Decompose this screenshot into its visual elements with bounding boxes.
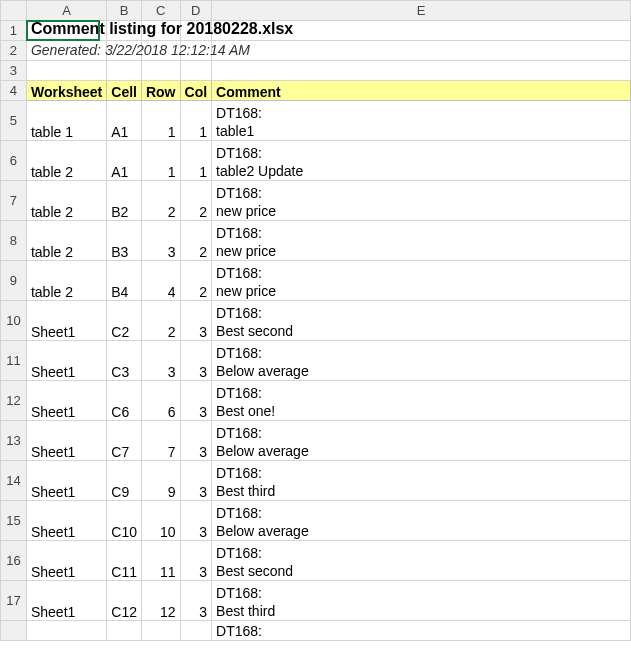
- cell-comment[interactable]: DT168: Best third: [212, 581, 631, 621]
- spreadsheet-grid[interactable]: A B C D E 1 Comment listing for 20180228…: [0, 0, 631, 641]
- col-header-C[interactable]: C: [141, 1, 180, 21]
- cell-cellref[interactable]: B3: [107, 221, 142, 261]
- cell-row[interactable]: 1: [141, 101, 180, 141]
- cell-cellref[interactable]: C2: [107, 301, 142, 341]
- row-header-11[interactable]: 11: [1, 341, 27, 381]
- cell-comment-partial[interactable]: DT168:: [212, 621, 631, 641]
- cell-E3[interactable]: [212, 61, 631, 81]
- cell-cellref[interactable]: C11: [107, 541, 142, 581]
- cell-comment[interactable]: DT168: Below average: [212, 501, 631, 541]
- col-header-E[interactable]: E: [212, 1, 631, 21]
- cell-comment[interactable]: DT168: Best one!: [212, 381, 631, 421]
- cell-row[interactable]: 12: [141, 581, 180, 621]
- cell-col[interactable]: 3: [180, 501, 212, 541]
- cell-row[interactable]: 11: [141, 541, 180, 581]
- cell-col[interactable]: 3: [180, 381, 212, 421]
- cell-comment[interactable]: DT168: table2 Update: [212, 141, 631, 181]
- row-header-8[interactable]: 8: [1, 221, 27, 261]
- cell-cellref[interactable]: A1: [107, 141, 142, 181]
- cell-col[interactable]: 2: [180, 221, 212, 261]
- cell-col[interactable]: 3: [180, 301, 212, 341]
- cell-row[interactable]: 3: [141, 221, 180, 261]
- cell-worksheet[interactable]: Sheet1: [26, 341, 106, 381]
- cell-row[interactable]: 7: [141, 421, 180, 461]
- row-header-4[interactable]: 4: [1, 81, 27, 101]
- row-header-16[interactable]: 16: [1, 541, 27, 581]
- header-cell[interactable]: Cell: [107, 81, 142, 101]
- row-header-9[interactable]: 9: [1, 261, 27, 301]
- cell-B3[interactable]: [107, 61, 142, 81]
- row-header-1[interactable]: 1: [1, 21, 27, 41]
- cell-comment[interactable]: DT168: Best second: [212, 541, 631, 581]
- cell-empty[interactable]: [180, 621, 212, 641]
- cell-empty[interactable]: [26, 621, 106, 641]
- cell-cellref[interactable]: B2: [107, 181, 142, 221]
- cell-E2[interactable]: [212, 41, 631, 61]
- cell-cellref[interactable]: B4: [107, 261, 142, 301]
- cell-comment[interactable]: DT168: Below average: [212, 341, 631, 381]
- header-comment[interactable]: Comment: [212, 81, 631, 101]
- cell-col[interactable]: 3: [180, 461, 212, 501]
- cell-worksheet[interactable]: Sheet1: [26, 541, 106, 581]
- row-header-12[interactable]: 12: [1, 381, 27, 421]
- cell-empty[interactable]: [141, 621, 180, 641]
- cell-col[interactable]: 1: [180, 141, 212, 181]
- cell-row[interactable]: 2: [141, 301, 180, 341]
- row-header-3[interactable]: 3: [1, 61, 27, 81]
- cell-col[interactable]: 1: [180, 101, 212, 141]
- row-header-10[interactable]: 10: [1, 301, 27, 341]
- row-header-15[interactable]: 15: [1, 501, 27, 541]
- cell-cellref[interactable]: C3: [107, 341, 142, 381]
- row-header-5[interactable]: 5: [1, 101, 27, 141]
- cell-cellref[interactable]: C12: [107, 581, 142, 621]
- col-header-B[interactable]: B: [107, 1, 142, 21]
- cell-C3[interactable]: [141, 61, 180, 81]
- cell-worksheet[interactable]: table 1: [26, 101, 106, 141]
- cell-A1[interactable]: Comment listing for 20180228.xlsx: [26, 21, 106, 41]
- row-header-2[interactable]: 2: [1, 41, 27, 61]
- cell-D3[interactable]: [180, 61, 212, 81]
- cell-worksheet[interactable]: Sheet1: [26, 461, 106, 501]
- cell-col[interactable]: 3: [180, 421, 212, 461]
- cell-cellref[interactable]: C7: [107, 421, 142, 461]
- cell-comment[interactable]: DT168: Below average: [212, 421, 631, 461]
- cell-col[interactable]: 3: [180, 541, 212, 581]
- select-all-corner[interactable]: [1, 1, 27, 21]
- cell-A2[interactable]: Generated: 3/22/2018 12:12:14 AM: [26, 41, 106, 61]
- cell-cellref[interactable]: C9: [107, 461, 142, 501]
- header-worksheet[interactable]: Worksheet: [26, 81, 106, 101]
- cell-worksheet[interactable]: table 2: [26, 141, 106, 181]
- row-header-partial[interactable]: [1, 621, 27, 641]
- cell-row[interactable]: 2: [141, 181, 180, 221]
- cell-worksheet[interactable]: Sheet1: [26, 421, 106, 461]
- cell-worksheet[interactable]: table 2: [26, 221, 106, 261]
- cell-worksheet[interactable]: Sheet1: [26, 501, 106, 541]
- cell-col[interactable]: 3: [180, 341, 212, 381]
- cell-comment[interactable]: DT168: Best second: [212, 301, 631, 341]
- cell-row[interactable]: 1: [141, 141, 180, 181]
- row-header-6[interactable]: 6: [1, 141, 27, 181]
- cell-row[interactable]: 10: [141, 501, 180, 541]
- row-header-13[interactable]: 13: [1, 421, 27, 461]
- cell-comment[interactable]: DT168: new price: [212, 221, 631, 261]
- col-header-A[interactable]: A: [26, 1, 106, 21]
- cell-A3[interactable]: [26, 61, 106, 81]
- cell-comment[interactable]: DT168: table1: [212, 101, 631, 141]
- cell-worksheet[interactable]: Sheet1: [26, 301, 106, 341]
- cell-cellref[interactable]: C6: [107, 381, 142, 421]
- col-header-D[interactable]: D: [180, 1, 212, 21]
- row-header-14[interactable]: 14: [1, 461, 27, 501]
- cell-comment[interactable]: DT168: new price: [212, 181, 631, 221]
- cell-col[interactable]: 2: [180, 261, 212, 301]
- cell-row[interactable]: 4: [141, 261, 180, 301]
- cell-row[interactable]: 3: [141, 341, 180, 381]
- row-header-17[interactable]: 17: [1, 581, 27, 621]
- cell-comment[interactable]: DT168: Best third: [212, 461, 631, 501]
- cell-empty[interactable]: [107, 621, 142, 641]
- cell-cellref[interactable]: C10: [107, 501, 142, 541]
- row-header-7[interactable]: 7: [1, 181, 27, 221]
- cell-worksheet[interactable]: table 2: [26, 261, 106, 301]
- cell-row[interactable]: 9: [141, 461, 180, 501]
- cell-col[interactable]: 3: [180, 581, 212, 621]
- cell-worksheet[interactable]: Sheet1: [26, 581, 106, 621]
